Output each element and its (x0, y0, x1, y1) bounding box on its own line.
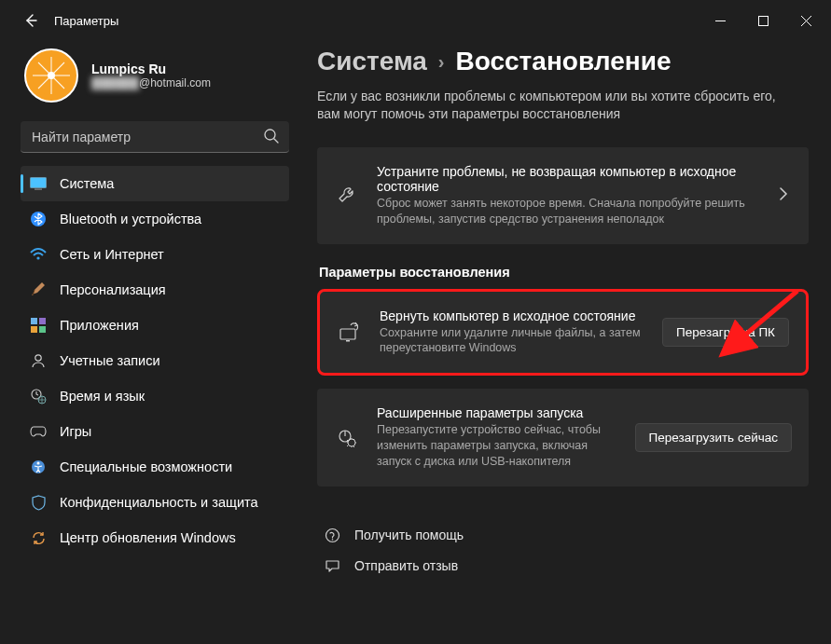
sidebar-item-personalization[interactable]: Персонализация (21, 272, 289, 308)
reset-pc-button[interactable]: Перезагрузка ПК (662, 318, 789, 347)
sidebar-item-label: Bluetooth и устройства (60, 212, 201, 226)
sidebar: Lumpics Ru ██████@hotmail.com Система Bl… (0, 41, 298, 644)
minimize-button[interactable] (699, 6, 741, 35)
sidebar-item-label: Центр обновления Windows (60, 530, 236, 545)
svg-rect-25 (39, 326, 46, 333)
card-title: Устраните проблемы, не возвращая компьют… (377, 164, 758, 194)
card-title: Расширенные параметры запуска (377, 405, 618, 420)
section-recovery-title: Параметры восстановления (319, 265, 809, 280)
card-sub: Перезапустите устройство сейчас, чтобы и… (377, 422, 618, 470)
svg-point-21 (36, 256, 39, 259)
search-input[interactable] (21, 121, 289, 153)
search-icon (263, 128, 280, 148)
svg-rect-2 (758, 16, 768, 25)
svg-point-14 (48, 72, 55, 79)
avatar-orange-icon (31, 55, 72, 96)
sidebar-item-label: Сеть и Интернет (60, 247, 164, 262)
svg-rect-31 (340, 329, 355, 339)
card-reset-pc: Вернуть компьютер в исходное состояние С… (317, 289, 809, 377)
svg-rect-22 (31, 318, 37, 324)
link-label: Получить помощь (354, 528, 464, 542)
sidebar-item-accessibility[interactable]: Специальные возможности (21, 449, 289, 485)
sidebar-item-network[interactable]: Сеть и Интернет (21, 237, 289, 272)
svg-rect-24 (31, 326, 37, 333)
breadcrumb-current: Восстановление (456, 47, 672, 76)
sidebar-item-privacy[interactable]: Конфиденциальность и защита (21, 485, 289, 520)
window-controls (699, 6, 827, 35)
minimize-icon (715, 16, 726, 26)
user-block[interactable]: Lumpics Ru ██████@hotmail.com (21, 41, 289, 121)
back-button[interactable] (17, 7, 45, 34)
bluetooth-icon (30, 211, 47, 227)
sidebar-item-label: Система (60, 176, 114, 191)
svg-rect-19 (35, 189, 42, 190)
card-sub: Сброс может занять некоторое время. Снач… (377, 196, 758, 227)
sidebar-item-label: Игры (60, 424, 91, 439)
nav-list: Система Bluetooth и устройства Сеть и Ин… (21, 166, 289, 555)
maximize-button[interactable] (741, 6, 784, 35)
sidebar-item-label: Персонализация (60, 282, 166, 297)
main-panel: Система › Восстановление Если у вас возн… (298, 41, 831, 644)
wrench-icon (334, 185, 360, 206)
breadcrumb: Система › Восстановление (317, 47, 809, 76)
close-icon (801, 16, 811, 26)
avatar (24, 48, 78, 103)
sidebar-item-apps[interactable]: Приложения (21, 308, 289, 343)
sidebar-item-label: Время и язык (60, 389, 145, 404)
svg-point-26 (35, 355, 41, 361)
user-email: ██████@hotmail.com (91, 76, 211, 89)
monitor-icon (30, 175, 47, 192)
accessibility-icon (30, 459, 47, 475)
close-button[interactable] (784, 6, 827, 35)
titlebar: Параметры (0, 0, 831, 41)
window-title: Параметры (54, 14, 118, 28)
user-name: Lumpics Ru (91, 62, 211, 76)
reset-pc-icon (337, 322, 363, 342)
svg-rect-17 (31, 178, 47, 188)
sidebar-item-time-language[interactable]: Время и язык (21, 378, 289, 414)
brush-icon (30, 281, 47, 298)
shield-icon (30, 494, 47, 511)
maximize-icon (758, 16, 769, 26)
sidebar-item-gaming[interactable]: Игры (21, 414, 289, 449)
svg-rect-23 (39, 318, 46, 324)
card-title: Вернуть компьютер в исходное состояние (380, 308, 645, 323)
card-sub: Сохраните или удалите личные файлы, а за… (380, 325, 645, 357)
link-label: Отправить отзыв (354, 558, 458, 573)
svg-point-35 (348, 439, 355, 446)
sidebar-item-windows-update[interactable]: Центр обновления Windows (21, 520, 289, 555)
sidebar-item-label: Конфиденциальность и защита (60, 495, 258, 510)
sidebar-item-accounts[interactable]: Учетные записи (21, 343, 289, 378)
gamepad-icon (30, 423, 47, 440)
sidebar-item-system[interactable]: Система (21, 166, 289, 201)
sidebar-item-label: Приложения (60, 318, 139, 333)
sync-icon (30, 529, 47, 546)
feedback-icon (323, 558, 341, 574)
svg-point-30 (37, 462, 40, 465)
svg-line-16 (274, 139, 278, 143)
card-troubleshoot[interactable]: Устраните проблемы, не возвращая компьют… (317, 147, 809, 244)
svg-point-37 (331, 539, 333, 541)
wifi-icon (30, 246, 47, 263)
restart-now-button[interactable]: Перезагрузить сейчас (635, 423, 792, 452)
sidebar-item-bluetooth[interactable]: Bluetooth и устройства (21, 201, 289, 237)
svg-rect-32 (346, 340, 350, 342)
clock-globe-icon (30, 388, 47, 404)
breadcrumb-root[interactable]: Система (317, 47, 427, 76)
svg-point-15 (265, 130, 275, 140)
chevron-right-icon: › (438, 51, 445, 73)
power-gear-icon (334, 428, 360, 448)
page-intro: Если у вас возникли проблемы с компьютер… (317, 88, 802, 123)
apps-icon (30, 317, 47, 334)
search-box (21, 121, 289, 153)
sidebar-item-label: Специальные возможности (60, 459, 232, 474)
chevron-right-icon (775, 187, 792, 204)
get-help-link[interactable]: Получить помощь (317, 520, 809, 551)
give-feedback-link[interactable]: Отправить отзыв (317, 551, 809, 582)
sidebar-item-label: Учетные записи (60, 353, 160, 368)
help-icon (323, 528, 341, 543)
card-advanced-startup: Расширенные параметры запуска Перезапуст… (317, 389, 809, 486)
arrow-left-icon (23, 13, 38, 28)
person-icon (30, 352, 47, 369)
